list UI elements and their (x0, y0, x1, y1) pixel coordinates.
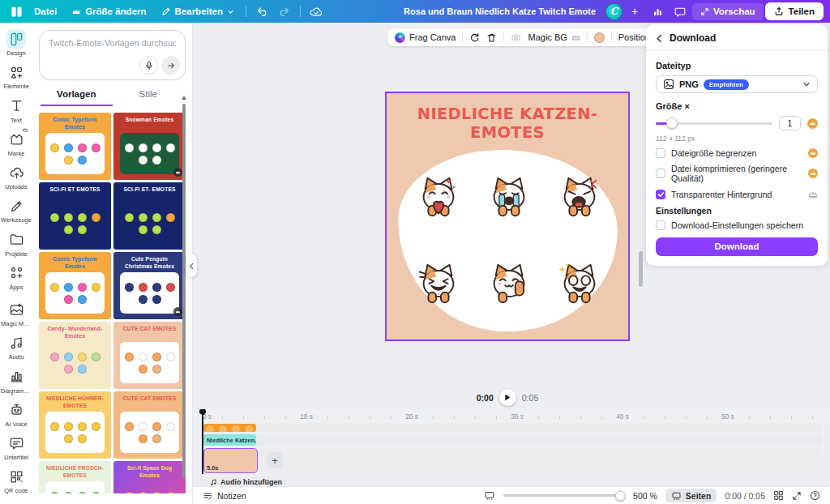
voice-search-button[interactable] (139, 56, 158, 75)
brand-icon (6, 130, 26, 149)
design-canvas[interactable]: NIEDLICHE KATZEN-EMOTES ♥♥ (385, 92, 630, 341)
cloud-save-icon[interactable] (306, 3, 327, 19)
sidebar-item-magic-media[interactable]: Magic Media (0, 297, 32, 331)
sidebar-item-design[interactable]: Design (0, 27, 32, 60)
ruler-tick (686, 416, 687, 419)
zoom-slider-thumb[interactable] (615, 490, 626, 501)
compress-file-row[interactable]: Datei komprimieren (geringere Qualität) (656, 164, 818, 183)
cat-emote-excited[interactable] (554, 260, 605, 310)
ruler-tick (770, 416, 771, 419)
limit-filesize-row[interactable]: Dateigröße begrenzen (656, 148, 818, 158)
canva-logo[interactable]: C (605, 3, 622, 20)
edit-menu[interactable]: Bearbeiten (155, 4, 241, 19)
sidebar-item-character-b-[interactable]: Character B... (0, 498, 32, 504)
share-button[interactable]: Teilen (765, 2, 824, 20)
delete-button[interactable] (486, 32, 497, 43)
sidebar-item-text[interactable]: Text (0, 94, 32, 127)
timeline-view-icon[interactable] (484, 490, 495, 501)
template-thumbnail[interactable]: SCI-FI ET- EMOTES (113, 182, 186, 250)
size-value-input[interactable]: 1 (779, 116, 801, 130)
sidebar-item-projekte[interactable]: Projekte (0, 228, 32, 261)
canvas-title-text[interactable]: NIEDLICHE KATZEN-EMOTES (387, 105, 628, 142)
download-button[interactable]: Download (656, 237, 818, 256)
document-title[interactable]: Rosa und Braun Niedlich Katze Twitch Emo… (404, 6, 596, 16)
fullscreen-icon[interactable] (792, 491, 802, 501)
grid-view-icon[interactable] (773, 490, 784, 501)
template-thumbnail[interactable]: Comic Typeform Emotes (39, 113, 111, 180)
chevron-down-icon (802, 80, 811, 88)
scroll-up-arrow[interactable] (182, 96, 186, 100)
search-input[interactable] (40, 31, 185, 55)
checkbox-unchecked[interactable] (656, 220, 665, 230)
search-submit-button[interactable] (161, 56, 180, 75)
slider-thumb[interactable] (666, 117, 678, 129)
resize-menu[interactable]: Größe ändern (65, 4, 152, 19)
checkbox-unchecked[interactable] (656, 169, 665, 178)
pages-toggle-button[interactable]: Seiten (665, 489, 717, 502)
sidebar-item-audio[interactable]: Audio (0, 331, 32, 364)
page-clip-selected[interactable]: 5.0s (203, 448, 258, 473)
sidebar-item-apps[interactable]: Apps (0, 261, 32, 294)
element-clip[interactable] (203, 424, 256, 432)
sidebar-item-untertitel[interactable]: Untertitel (0, 431, 32, 464)
color-swatch[interactable] (594, 32, 605, 43)
undo-button[interactable] (251, 3, 272, 19)
sidebar-item-qr-code[interactable]: QR code (0, 464, 32, 498)
tab-stile[interactable]: Stile (113, 83, 185, 106)
notes-button[interactable]: Notizen (203, 491, 246, 501)
checkbox-unchecked[interactable] (656, 148, 665, 158)
play-button[interactable] (499, 389, 516, 406)
pro-crown-badge (173, 307, 182, 316)
flip-button[interactable] (511, 32, 521, 43)
template-thumbnail[interactable]: Cute Penguin Christmas Emotes (113, 252, 186, 319)
preview-button[interactable]: Vorschau (692, 3, 764, 20)
template-thumbnail[interactable]: NIEDLICHE HÜHNER-EMOTES (39, 391, 111, 459)
home-icon[interactable] (6, 3, 26, 19)
template-thumbnail[interactable]: Sci-fi Space Dog Emotes (113, 461, 186, 493)
sidebar-item-werkzeuge[interactable]: Werkzeuge (0, 194, 32, 227)
template-thumbnail[interactable]: CUTE CAT EMOTES (113, 391, 186, 459)
save-settings-row[interactable]: Download-Einstellungen speichern (656, 220, 818, 230)
timeline-ruler[interactable]: 0 s10 s20 s30 s40 s50 s (193, 410, 830, 423)
transparent-bg-row[interactable]: Transparenter Hintergrund (656, 190, 818, 199)
insights-button[interactable] (647, 3, 668, 19)
template-thumbnail[interactable]: Comic Typeform Emotes (39, 252, 111, 319)
panel-collapse-button[interactable] (186, 254, 197, 277)
ruler-tick (349, 416, 349, 419)
checkbox-checked[interactable] (656, 190, 665, 199)
regenerate-button[interactable] (469, 32, 480, 43)
sidebar-item-elemente[interactable]: Elemente (0, 60, 32, 93)
back-icon[interactable] (656, 34, 663, 43)
magic-bg-button[interactable]: Magic BG (528, 32, 580, 42)
template-thumbnail[interactable]: SCI-FI ET EMOTES (39, 182, 111, 250)
comments-button[interactable] (670, 3, 691, 19)
panel-scrollbar[interactable] (182, 104, 186, 478)
size-slider[interactable] (656, 122, 772, 125)
template-thumbnail[interactable]: NIEDLICHE FROSCH-EMOTES (39, 461, 111, 493)
page-label-clip[interactable]: Niedliche Katzen... (203, 434, 256, 446)
redo-button[interactable] (274, 3, 295, 19)
filetype-select[interactable]: PNG Empfohlen (656, 75, 818, 93)
cat-emote-angry[interactable] (554, 173, 605, 224)
ruler-tick (559, 416, 560, 419)
file-menu[interactable]: Datei (28, 4, 63, 19)
cat-emote-cry[interactable] (484, 173, 534, 224)
sidebar-item-ai-voice[interactable]: AI Voice (0, 398, 32, 431)
template-thumbnail[interactable]: Snowman Emotes (113, 113, 186, 180)
sidebar-item-uploads[interactable]: Uploads (0, 160, 32, 194)
cat-emote-laugh[interactable] (413, 260, 464, 310)
add-page-button[interactable]: + (267, 452, 283, 468)
sidebar-item-diagramme[interactable]: Diagramme (0, 365, 32, 398)
workspace-scrollbar[interactable] (639, 251, 643, 287)
template-thumbnail[interactable]: CUTE CAT EMOTES (113, 322, 186, 389)
add-button[interactable]: + (624, 3, 645, 19)
cat-emote-love[interactable]: ♥♥ (413, 173, 464, 224)
template-thumbnail[interactable]: Candy- Wunderland-Emotes (39, 322, 111, 389)
tab-vorlagen[interactable]: Vorlagen (41, 83, 113, 106)
help-icon[interactable] (810, 490, 820, 501)
sidebar-item-marke[interactable]: Marke (0, 127, 32, 160)
zoom-slider[interactable] (503, 494, 625, 497)
ruler-tick (454, 416, 455, 419)
ask-canva-button[interactable]: ✦ Frag Canva (395, 32, 456, 43)
cat-emote-happy[interactable] (484, 260, 534, 310)
